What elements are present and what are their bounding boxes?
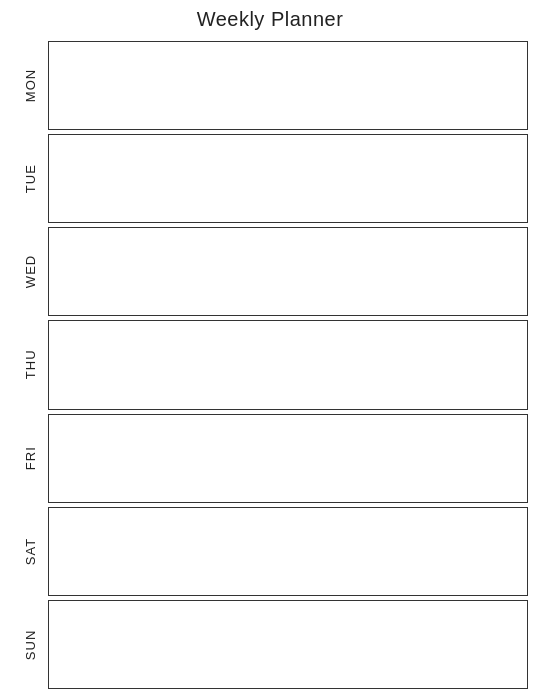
day-row-sun: SUN [12, 600, 528, 689]
day-label-fri: FRI [12, 414, 48, 503]
planner-grid: MON TUE WED THU FRI SAT SUN [12, 41, 528, 689]
day-box-sun[interactable] [48, 600, 528, 689]
day-row-fri: FRI [12, 414, 528, 503]
day-label-sat: SAT [12, 507, 48, 596]
day-row-mon: MON [12, 41, 528, 130]
day-box-tue[interactable] [48, 134, 528, 223]
day-box-thu[interactable] [48, 320, 528, 409]
day-row-tue: TUE [12, 134, 528, 223]
day-row-thu: THU [12, 320, 528, 409]
day-label-tue: TUE [12, 134, 48, 223]
day-box-mon[interactable] [48, 41, 528, 130]
day-label-sun: SUN [12, 600, 48, 689]
day-box-wed[interactable] [48, 227, 528, 316]
page-title: Weekly Planner [197, 8, 344, 31]
day-box-sat[interactable] [48, 507, 528, 596]
day-label-wed: WED [12, 227, 48, 316]
day-row-wed: WED [12, 227, 528, 316]
day-row-sat: SAT [12, 507, 528, 596]
day-label-mon: MON [12, 41, 48, 130]
day-box-fri[interactable] [48, 414, 528, 503]
day-label-thu: THU [12, 320, 48, 409]
